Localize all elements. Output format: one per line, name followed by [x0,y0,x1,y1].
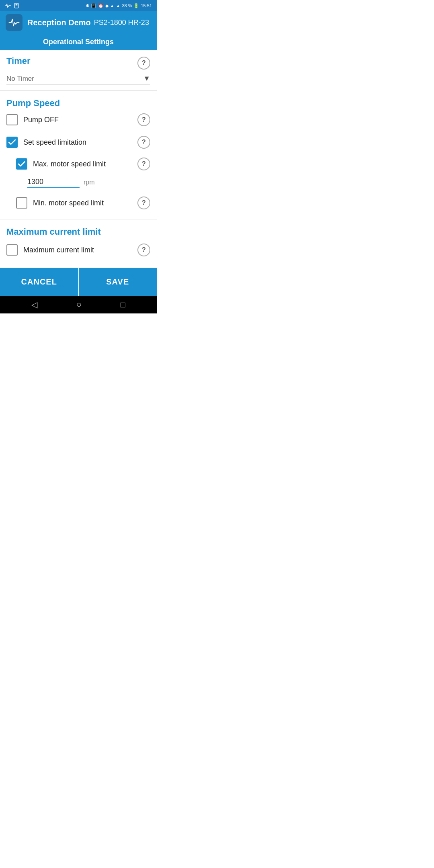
speed-unit-label: rpm [84,179,95,186]
max-current-checkbox[interactable] [6,244,18,256]
timer-title: Timer [6,56,31,66]
operational-settings-bar: Operational Settings [0,34,157,50]
max-current-inner: Maximum current limit [6,244,137,256]
svg-rect-1 [16,4,18,6]
status-bar: ✱ 📳 ⏰ ◆ ▲ ▲ 38 % 🔋 15:51 [0,0,157,11]
min-motor-speed-help-button[interactable]: ? [137,197,150,209]
nav-bar: ◁ ○ □ [0,296,157,313]
battery-label: 38 % [122,3,132,8]
max-current-help-button[interactable]: ? [137,244,150,256]
pump-speed-section: Pump Speed Pump OFF ? [0,91,157,219]
app-title: Reception Demo [27,18,91,27]
pump-off-row: Pump OFF ? [6,108,150,131]
pump-off-inner: Pump OFF [6,114,137,125]
max-motor-speed-checkbox[interactable] [16,158,27,170]
set-speed-limitation-checkbox[interactable] [6,137,18,148]
max-current-checkbox-row: Maximum current limit ? [6,239,150,261]
speed-input-field[interactable] [27,177,80,188]
wifi-icon: ▲ [110,3,115,8]
timer-help-button[interactable]: ? [137,57,150,70]
sim-icon [14,3,19,8]
set-speed-limitation-label: Set speed limitation [23,138,86,147]
home-nav-icon[interactable]: ○ [76,299,82,310]
pump-off-checkbox[interactable] [6,114,18,125]
battery-icon: 🔋 [133,3,139,8]
min-motor-speed-row: Min. motor speed limit ? [6,192,150,213]
bottom-buttons: CANCEL SAVE [0,268,157,296]
min-motor-inner: Min. motor speed limit [16,197,137,209]
set-speed-limitation-help-button[interactable]: ? [137,136,150,149]
max-motor-inner: Max. motor speed limit [16,158,137,170]
min-motor-speed-label: Min. motor speed limit [33,199,104,207]
location-icon: ◆ [105,3,108,8]
time-label: 15:51 [141,3,152,8]
max-motor-speed-row: Max. motor speed limit ? [6,154,150,174]
alarm-icon: ⏰ [98,3,104,8]
max-current-label: Maximum current limit [23,246,94,254]
device-label: PS2-1800 HR-23 [94,18,149,27]
speed-input-row: rpm [6,174,150,192]
max-motor-speed-help-button[interactable]: ? [137,158,150,170]
status-left [5,2,19,9]
pump-off-label: Pump OFF [23,116,59,124]
timer-dropdown-arrow-icon: ▼ [143,74,150,83]
logo-icon [8,17,20,28]
timer-section: Timer ? No Timer ▼ [0,50,157,91]
set-speed-inner: Set speed limitation [6,137,137,148]
timer-dropdown-row[interactable]: No Timer ▼ [6,70,150,85]
min-motor-speed-checkbox[interactable] [16,197,27,209]
status-right: ✱ 📳 ⏰ ◆ ▲ ▲ 38 % 🔋 15:51 [86,3,152,8]
vibrate-icon: 📳 [91,3,96,8]
signal-icon: ▲ [116,3,121,8]
max-motor-speed-label: Max. motor speed limit [33,160,106,168]
main-content: Timer ? No Timer ▼ Pump Speed Pump OFF ? [0,50,157,268]
timer-header-row: Timer ? [6,56,150,70]
svg-rect-0 [14,3,18,8]
save-button[interactable]: SAVE [78,268,157,296]
cancel-button[interactable]: CANCEL [0,268,78,296]
recents-nav-icon[interactable]: □ [121,300,125,309]
app-logo [6,14,23,31]
set-speed-limitation-row: Set speed limitation ? [6,131,150,154]
timer-selected-value: No Timer [6,75,34,83]
heartrate-icon [5,2,11,9]
max-current-section: Maximum current limit Maximum current li… [0,219,157,267]
bluetooth-icon: ✱ [86,3,89,8]
app-header: Reception Demo PS2-1800 HR-23 [0,11,157,34]
back-nav-icon[interactable]: ◁ [31,300,37,309]
pump-speed-title: Pump Speed [6,98,60,108]
max-current-title: Maximum current limit [6,227,101,237]
pump-off-help-button[interactable]: ? [137,113,150,126]
